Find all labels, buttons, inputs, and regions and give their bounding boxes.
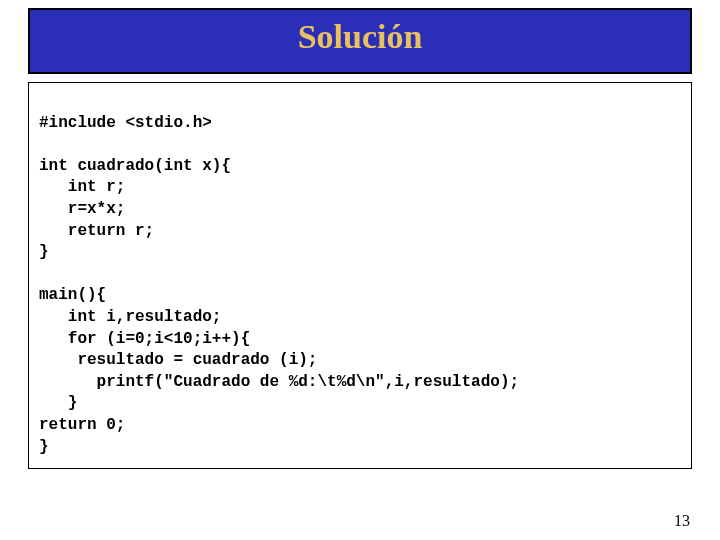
code-line: r=x*x;: [39, 200, 125, 218]
code-block: #include <stdio.h> int cuadrado(int x){ …: [28, 82, 692, 469]
code-line: return r;: [39, 222, 154, 240]
slide-title: Solución: [30, 20, 690, 54]
code-line: }: [39, 394, 77, 412]
code-line: printf("Cuadrado de %d:\t%d\n",i,resulta…: [39, 373, 519, 391]
code-line: }: [39, 243, 49, 261]
code-line: int i,resultado;: [39, 308, 221, 326]
code-line: }: [39, 438, 49, 456]
slide-header: Solución: [28, 8, 692, 74]
code-line: resultado = cuadrado (i);: [39, 351, 317, 369]
code-line: return 0;: [39, 416, 125, 434]
code-line: for (i=0;i<10;i++){: [39, 330, 250, 348]
code-line: int cuadrado(int x){: [39, 157, 231, 175]
code-line: int r;: [39, 178, 125, 196]
code-line: main(){: [39, 286, 106, 304]
code-line: #include <stdio.h>: [39, 114, 212, 132]
page-number: 13: [674, 512, 690, 530]
